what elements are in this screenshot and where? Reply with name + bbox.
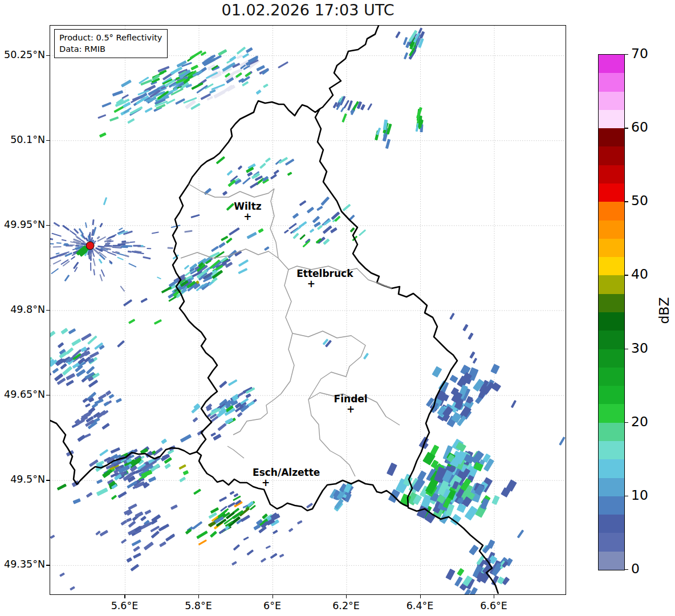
y-tick-label: 50.25°N xyxy=(0,49,45,60)
overlay-layer: Wiltz+Ettelbruck+Findel+Esch/Alzette+ xyxy=(50,26,566,594)
city-label-wiltz: Wiltz xyxy=(234,201,261,212)
colorbar-tick-mark xyxy=(624,128,628,128)
x-tick-label: 6.6°E xyxy=(471,600,517,611)
colorbar-axis-label: dBZ xyxy=(656,297,672,324)
colorbar-segment xyxy=(599,91,624,110)
city-marker-icon: + xyxy=(347,406,355,412)
colorbar-segment xyxy=(599,441,624,460)
colorbar-segment xyxy=(599,293,624,312)
y-tick-mark xyxy=(46,225,50,226)
colorbar-segment xyxy=(599,349,624,368)
colorbar-segment xyxy=(599,404,624,423)
radar-figure: 01.02.2026 17:03 UTC Product: 0.5° Refle… xyxy=(0,0,675,616)
y-tick-mark xyxy=(46,310,50,311)
x-tick-label: 5.8°E xyxy=(176,600,221,611)
colorbar-tick-mark xyxy=(624,422,628,423)
city-marker-icon: + xyxy=(243,214,251,219)
colorbar-segment xyxy=(599,73,624,92)
page-title: 01.02.2026 17:03 UTC xyxy=(50,1,566,19)
colorbar-segment xyxy=(599,533,624,552)
colorbar-tick-label: 10 xyxy=(631,487,648,503)
y-tick-mark xyxy=(46,395,50,395)
city-label-esch-alzette: Esch/Alzette xyxy=(253,467,320,478)
x-tick-label: 6.4°E xyxy=(397,600,443,611)
colorbar-segment xyxy=(599,312,624,331)
data-source-line: Data: RMIB xyxy=(59,43,162,55)
x-tick-mark xyxy=(346,595,347,598)
colorbar-tick-mark xyxy=(624,349,628,349)
y-tick-mark xyxy=(46,565,50,565)
x-tick-label: 5.6°E xyxy=(101,600,147,611)
colorbar-segment xyxy=(599,183,624,202)
y-tick-label: 49.65°N xyxy=(0,389,45,400)
colorbar-segment xyxy=(599,238,624,257)
colorbar-segment xyxy=(599,515,624,533)
y-tick-mark xyxy=(46,480,50,480)
colorbar-tick-label: 60 xyxy=(631,119,648,135)
colorbar-segment xyxy=(599,55,624,74)
colorbar-tick-mark xyxy=(624,54,628,55)
colorbar-segment xyxy=(599,331,624,349)
colorbar-segment xyxy=(599,109,624,128)
x-tick-mark xyxy=(273,595,273,598)
x-tick-mark xyxy=(494,595,494,598)
product-line: Product: 0.5° Reflectivity xyxy=(59,32,162,43)
x-tick-label: 6.2°E xyxy=(323,600,369,611)
x-tick-label: 6°E xyxy=(250,600,295,611)
product-info-box: Product: 0.5° Reflectivity Data: RMIB xyxy=(54,29,168,58)
colorbar-tick-label: 20 xyxy=(631,414,648,430)
x-tick-mark xyxy=(198,595,199,598)
colorbar-segment xyxy=(599,551,624,570)
colorbar-segment xyxy=(599,257,624,276)
colorbar-segment xyxy=(599,275,624,294)
colorbar-segment xyxy=(599,165,624,183)
colorbar-segment xyxy=(599,367,624,386)
colorbar-segment xyxy=(599,220,624,239)
colorbar-tick-mark xyxy=(624,496,628,496)
colorbar-segment xyxy=(599,496,624,515)
colorbar-tick-mark xyxy=(624,201,628,202)
x-tick-mark xyxy=(420,595,421,598)
colorbar-segment xyxy=(599,146,624,165)
city-label-findel: Findel xyxy=(334,393,368,405)
city-marker-icon: + xyxy=(262,480,270,486)
radar-site-dot xyxy=(86,241,94,250)
x-tick-mark xyxy=(124,595,125,598)
colorbar-tick-label: 50 xyxy=(631,193,648,209)
y-tick-label: 49.35°N xyxy=(0,558,45,570)
y-tick-label: 49.8°N xyxy=(0,304,45,315)
city-marker-icon: + xyxy=(307,281,315,287)
colorbar-tick-mark xyxy=(624,569,628,570)
colorbar-segment xyxy=(599,202,624,221)
colorbar-tick-label: 30 xyxy=(631,340,648,356)
colorbar-tick-mark xyxy=(624,275,628,275)
y-tick-mark xyxy=(46,55,50,56)
colorbar-segment xyxy=(599,386,624,405)
colorbar-tick-label: 40 xyxy=(631,266,648,282)
colorbar-segment xyxy=(599,478,624,496)
colorbar-tick-label: 70 xyxy=(631,46,648,62)
y-tick-mark xyxy=(46,140,50,141)
map-panel: Product: 0.5° Reflectivity Data: RMIB Wi… xyxy=(50,25,566,595)
colorbar-bar xyxy=(598,54,625,570)
colorbar-segment xyxy=(599,128,624,147)
colorbar-segment xyxy=(599,459,624,478)
colorbar-tick-label: 0 xyxy=(631,561,640,577)
colorbar-segment xyxy=(599,422,624,441)
y-tick-label: 49.95°N xyxy=(0,219,45,230)
y-tick-label: 49.5°N xyxy=(0,474,45,485)
y-tick-label: 50.1°N xyxy=(0,134,45,145)
city-label-ettelbruck: Ettelbruck xyxy=(296,268,353,279)
